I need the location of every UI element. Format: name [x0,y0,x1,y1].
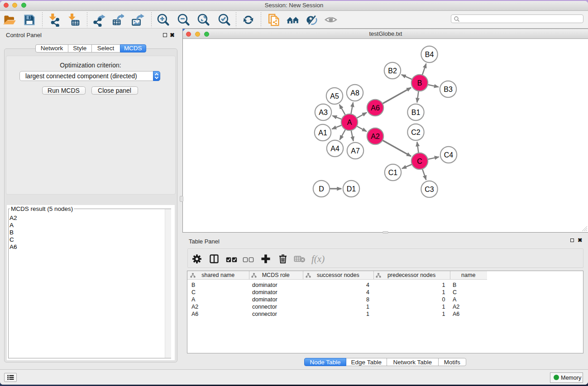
svg-text:A6: A6 [371,104,380,112]
svg-text:A2: A2 [371,133,380,140]
svg-text:A: A [347,119,352,126]
svg-text:A1: A1 [318,129,327,137]
svg-text:A8: A8 [350,89,359,97]
svg-text:A3: A3 [319,109,328,116]
svg-text:B4: B4 [425,51,434,58]
svg-text:B: B [417,79,422,87]
svg-text:D: D [319,185,324,193]
svg-text:C3: C3 [425,186,434,193]
svg-text:A7: A7 [351,147,360,155]
svg-text:C: C [417,157,422,165]
svg-text:C1: C1 [388,169,398,176]
svg-text:C2: C2 [411,129,421,136]
svg-text:A4: A4 [330,145,339,152]
svg-text:B1: B1 [411,109,421,116]
svg-text:B3: B3 [444,86,453,93]
svg-text:D1: D1 [347,185,356,193]
svg-text:A5: A5 [330,92,339,100]
svg-text:B2: B2 [388,67,397,75]
svg-text:C4: C4 [444,151,454,159]
